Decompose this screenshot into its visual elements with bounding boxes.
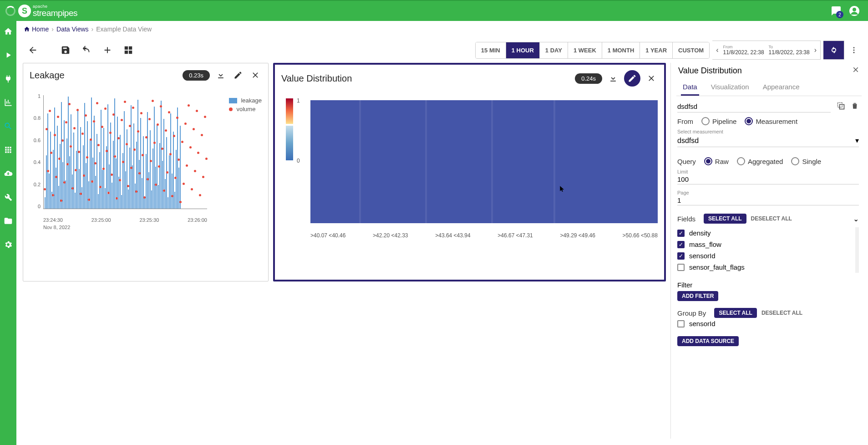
grid-view-button[interactable] [119,41,137,59]
add-filter-button[interactable]: ADD FILTER [677,291,718,301]
limit-input[interactable] [677,174,859,184]
breadcrumb-current: Example Data View [96,26,152,33]
panel-vdist-close-icon[interactable] [645,72,658,85]
measurement-select[interactable]: dsdfsd ▾ [677,134,859,147]
panel-vdist-timing: 0.24s [575,73,602,84]
fields-expand-icon[interactable]: ⌄ [853,215,859,223]
query-radio-single[interactable]: Single [791,157,821,165]
nav-wrench-icon[interactable] [3,192,13,202]
groupby-check-sensorId[interactable]: sensorId [677,318,859,329]
save-button[interactable] [56,41,75,59]
time-range-selector: 15 MIN1 HOUR1 DAY1 WEEK1 MONTH1 YEARCUST… [475,42,710,59]
breadcrumb-data-views[interactable]: Data Views [56,26,89,33]
groupby-label: Group By [677,309,706,317]
more-menu-icon[interactable] [847,41,861,60]
nav-cloud-icon[interactable] [3,169,13,179]
from-radio-measurement[interactable]: Measurement [745,117,797,125]
config-close-icon[interactable] [852,66,860,76]
add-button[interactable] [98,41,117,59]
top-bar: S apache streampipes 2 [0,0,868,21]
date-from-value[interactable]: 11/8/2022, 22:38 [723,49,764,56]
config-tab-visualization[interactable]: Visualization [709,79,751,96]
brand-icon: S [18,5,31,17]
loading-spinner-icon [5,6,15,16]
fields-label: Fields [677,215,695,223]
config-tab-data[interactable]: Data [681,79,699,96]
nav-folder-icon[interactable] [3,216,13,226]
filter-label: Filter [677,281,859,289]
panel-leakage-timing: 0.23s [183,70,210,81]
date-to-label: To [769,45,810,49]
field-check-mass_flow[interactable]: mass_flow [677,239,853,250]
nav-search-icon[interactable] [3,121,13,131]
date-from-label: From [723,45,764,49]
breadcrumb: Home › Data Views › Example Data View [16,21,868,37]
date-range: ‹ From 11/8/2022, 22:38 To 11/8/2022, 23… [712,41,821,60]
time-range-1-week[interactable]: 1 WEEK [568,42,602,58]
panel-leakage-title: Leakage [30,70,178,81]
panel-vdist-download-icon[interactable] [607,72,619,85]
svg-point-4 [853,52,855,53]
legend-swatch-leakage [229,98,237,103]
page-label: Page [677,190,859,195]
clone-icon[interactable] [836,101,845,112]
query-radio-aggregated[interactable]: Aggregated [737,157,783,165]
delete-icon[interactable] [851,102,859,112]
account-icon[interactable] [849,5,860,16]
add-data-source-button[interactable]: ADD DATA SOURCE [677,336,739,346]
leakage-chart: leakage volume 10.80.60.40.20 23:24:3023… [30,91,262,232]
panel-vdist-title: Value Distribution [281,73,570,84]
from-radio-pipeline[interactable]: Pipeline [701,117,736,125]
config-panel: Value Distribution DataVisualizationAppe… [670,63,862,439]
groupby-deselect-all-button[interactable]: DESELECT ALL [761,310,802,316]
toolbar: 15 MIN1 HOUR1 DAY1 WEEK1 MONTH1 YEARCUST… [16,37,868,63]
leakage-x-date: Nov 8, 2022 [43,225,70,230]
date-next-icon[interactable]: › [814,46,817,54]
panel-value-distribution: Value Distribution 0.24s 1 0 [273,63,666,281]
panel-vdist-edit-icon[interactable] [624,70,640,87]
notifications-icon[interactable]: 2 [831,5,842,16]
groupby-select-all-button[interactable]: SELECT ALL [714,308,757,318]
nav-play-icon[interactable] [3,50,13,60]
field-check-density[interactable]: density [677,227,853,239]
field-check-sensorId[interactable]: sensorId [677,250,853,261]
time-range-1-day[interactable]: 1 DAY [540,42,568,58]
page-input[interactable] [677,195,859,205]
vdist-colorbar: 1 0 [286,98,301,171]
side-nav [0,21,16,445]
chevron-down-icon: ▾ [855,136,859,145]
date-to-value[interactable]: 11/8/2022, 23:38 [769,49,810,56]
date-prev-icon[interactable]: ‹ [716,46,718,54]
time-range-custom[interactable]: CUSTOM [673,42,709,58]
legend-dot-volume [229,107,233,111]
time-range-1-hour[interactable]: 1 HOUR [506,42,540,58]
svg-point-3 [853,50,855,51]
panel-leakage-download-icon[interactable] [214,69,227,82]
time-range-1-month[interactable]: 1 MONTH [602,42,640,58]
config-name-input[interactable] [677,101,831,113]
fields-select-all-button[interactable]: SELECT ALL [704,214,746,224]
brand-main: streampipes [33,9,77,17]
time-range-1-year[interactable]: 1 YEAR [640,42,673,58]
breadcrumb-home[interactable]: Home [24,26,49,33]
panel-leakage: Leakage 0.23s leakage volume 10.80.60. [23,63,269,281]
back-button[interactable] [24,41,42,59]
panel-leakage-edit-icon[interactable] [232,69,244,82]
refresh-button[interactable] [823,41,844,60]
field-check-sensor_fault_flags[interactable]: sensor_fault_flags [677,261,853,273]
nav-home-icon[interactable] [3,26,13,36]
panel-leakage-close-icon[interactable] [249,69,262,82]
query-label: Query [677,158,696,165]
config-tab-appearance[interactable]: Appearance [761,79,802,96]
nav-chart-icon[interactable] [3,97,13,107]
query-radio-raw[interactable]: Raw [704,157,729,165]
nav-plug-icon[interactable] [3,74,13,84]
nav-settings-icon[interactable] [3,240,13,250]
nav-grid-icon[interactable] [3,145,13,155]
limit-label: Limit [677,169,859,174]
fields-deselect-all-button[interactable]: DESELECT ALL [751,215,792,222]
undo-button[interactable] [77,41,96,59]
breadcrumb-sep: › [51,26,54,33]
measurement-label: Select measurement [677,129,859,134]
time-range-15-min[interactable]: 15 MIN [476,42,506,58]
